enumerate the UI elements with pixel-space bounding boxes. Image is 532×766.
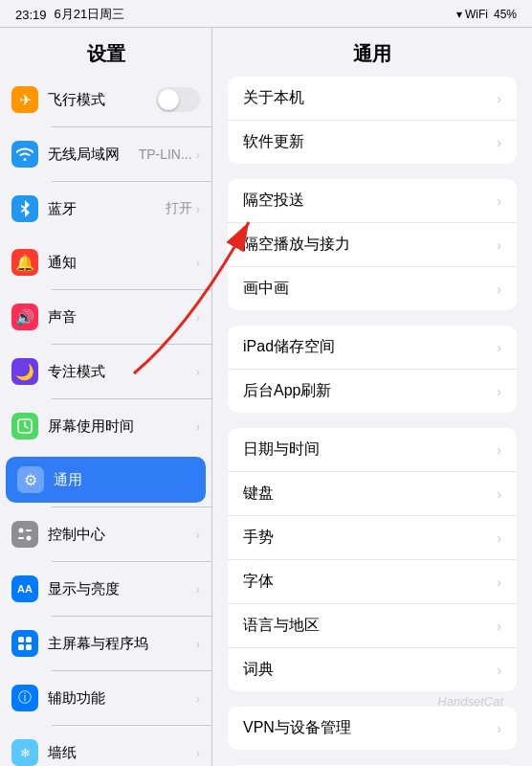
svg-point-2	[27, 536, 32, 541]
chevron-icon: ›	[497, 282, 501, 297]
row-label-airdrop: 隔空投送	[243, 191, 497, 211]
focus-icon: 🌙	[11, 358, 38, 385]
right-panel-title: 通用	[212, 28, 532, 77]
wallpaper-icon: ❄	[11, 739, 38, 766]
chevron-icon: ›	[497, 486, 501, 502]
divider	[52, 181, 211, 182]
chevron-icon: ›	[196, 419, 200, 434]
row-label-bg-refresh: 后台App刷新	[243, 381, 497, 401]
chevron-icon: ›	[497, 193, 501, 209]
row-label-vpn: VPN与设备管理	[243, 718, 497, 738]
settings-row-pip[interactable]: 画中画 ›	[228, 267, 517, 310]
chevron-icon: ›	[196, 310, 200, 325]
sidebar-item-display[interactable]: AA 显示与亮度 ›	[0, 566, 211, 612]
sidebar-item-homescreen[interactable]: 主屏幕与程序坞 ›	[0, 620, 211, 666]
settings-section-3: iPad储存空间 › 后台App刷新 ›	[228, 326, 517, 413]
sidebar-item-general[interactable]: ⚙ 通用	[6, 457, 206, 503]
settings-row-keyboard[interactable]: 键盘 ›	[228, 472, 517, 516]
main-container: 设置 ✈ 飞行模式 无线局域网 TP-LIN... ›	[0, 27, 532, 766]
sidebar-item-screentime[interactable]: 屏幕使用时间 ›	[0, 403, 211, 449]
sidebar-item-label: 屏幕使用时间	[48, 417, 196, 436]
settings-row-datetime[interactable]: 日期与时间 ›	[228, 428, 517, 472]
svg-point-1	[19, 529, 24, 533]
sidebar-title: 设置	[0, 28, 211, 77]
divider	[52, 289, 211, 290]
chevron-icon: ›	[196, 202, 200, 216]
sidebar-item-airplane[interactable]: ✈ 飞行模式	[0, 77, 211, 123]
settings-row-update[interactable]: 软件更新 ›	[228, 121, 517, 164]
chevron-icon: ›	[497, 135, 501, 150]
chevron-icon: ›	[497, 384, 501, 399]
divider	[52, 561, 211, 562]
divider	[52, 398, 211, 399]
row-label-keyboard: 键盘	[243, 484, 497, 504]
sidebar-item-wifi[interactable]: 无线局域网 TP-LIN... ›	[0, 131, 211, 177]
status-bar: 23:19 6月21日周三 ▾ WiFi 45%	[0, 0, 532, 27]
general-icon: ⚙	[17, 466, 44, 493]
settings-row-ipad-storage[interactable]: iPad储存空间 ›	[228, 326, 517, 370]
chevron-icon: ›	[196, 582, 200, 597]
status-time: 23:19	[15, 8, 47, 22]
right-panel: 通用 关于本机 › 软件更新 › 隔空投送 › 隔空播放与接力 › 画中画	[212, 28, 532, 766]
divider	[52, 344, 211, 345]
chevron-icon: ›	[497, 721, 501, 736]
settings-section-5: VPN与设备管理 ›	[228, 707, 517, 750]
sidebar-item-label: 通知	[48, 254, 196, 272]
chevron-icon: ›	[196, 147, 200, 162]
chevron-icon: ›	[497, 574, 501, 590]
chevron-icon: ›	[196, 365, 200, 379]
sidebar-item-label: 控制中心	[48, 526, 196, 544]
settings-section-2: 隔空投送 › 隔空播放与接力 › 画中画 ›	[228, 179, 517, 310]
svg-rect-8	[26, 644, 32, 650]
chevron-icon: ›	[497, 91, 501, 106]
settings-row-language[interactable]: 语言与地区 ›	[228, 604, 517, 648]
settings-row-vpn[interactable]: VPN与设备管理 ›	[228, 707, 517, 750]
svg-rect-5	[18, 637, 24, 642]
settings-row-bg-refresh[interactable]: 后台App刷新 ›	[228, 370, 517, 413]
status-date: 6月21日周三	[55, 6, 125, 23]
airplane-toggle[interactable]	[156, 87, 200, 112]
row-label-font: 字体	[243, 572, 497, 592]
chevron-icon: ›	[497, 237, 501, 253]
chevron-icon: ›	[497, 530, 501, 546]
row-label-gesture: 手势	[243, 528, 497, 548]
sidebar-item-bluetooth[interactable]: 蓝牙 打开 ›	[0, 186, 211, 232]
svg-rect-3	[18, 537, 24, 539]
status-bar-right: ▾ WiFi 45%	[456, 8, 517, 21]
divider	[52, 126, 211, 127]
divider	[52, 507, 211, 507]
chevron-icon: ›	[497, 619, 501, 634]
settings-row-airdrop[interactable]: 隔空投送 ›	[228, 179, 517, 223]
chevron-icon: ›	[196, 637, 200, 651]
sidebar-item-label: 墙纸	[48, 744, 196, 762]
chevron-icon: ›	[196, 691, 200, 706]
sidebar-item-notification[interactable]: 🔔 通知 ›	[0, 239, 211, 285]
sidebar-item-focus[interactable]: 🌙 专注模式 ›	[0, 349, 211, 394]
sidebar-item-accessibility[interactable]: ⓘ 辅助功能 ›	[0, 675, 211, 721]
sidebar-wifi-value: TP-LIN...	[139, 146, 192, 162]
settings-section-1: 关于本机 › 软件更新 ›	[228, 77, 517, 164]
chevron-icon: ›	[497, 442, 501, 458]
divider	[52, 616, 211, 617]
control-icon	[11, 521, 38, 548]
sidebar-item-label: 专注模式	[48, 363, 196, 381]
settings-row-gesture[interactable]: 手势 ›	[228, 516, 517, 560]
sidebar-item-label: 无线局域网	[48, 146, 139, 164]
wifi-icon	[11, 141, 38, 168]
sidebar-item-label: 蓝牙	[48, 200, 166, 218]
row-label-dictionary: 词典	[243, 660, 497, 680]
sidebar-item-label: 声音	[48, 308, 196, 327]
settings-row-about[interactable]: 关于本机 ›	[228, 77, 517, 121]
sidebar-item-sound[interactable]: 🔊 声音 ›	[0, 294, 211, 340]
sidebar-item-control[interactable]: 控制中心 ›	[0, 511, 211, 557]
chevron-icon: ›	[497, 663, 501, 678]
bluetooth-icon	[11, 195, 38, 222]
row-label-about: 关于本机	[243, 88, 497, 108]
settings-row-dictionary[interactable]: 词典 ›	[228, 648, 517, 691]
chevron-icon: ›	[196, 528, 200, 542]
sidebar-item-wallpaper[interactable]: ❄ 墙纸 ›	[0, 730, 211, 766]
settings-row-airplay[interactable]: 隔空播放与接力 ›	[228, 223, 517, 267]
svg-rect-7	[18, 644, 24, 650]
sidebar: 设置 ✈ 飞行模式 无线局域网 TP-LIN... ›	[0, 28, 212, 766]
settings-row-font[interactable]: 字体 ›	[228, 560, 517, 604]
